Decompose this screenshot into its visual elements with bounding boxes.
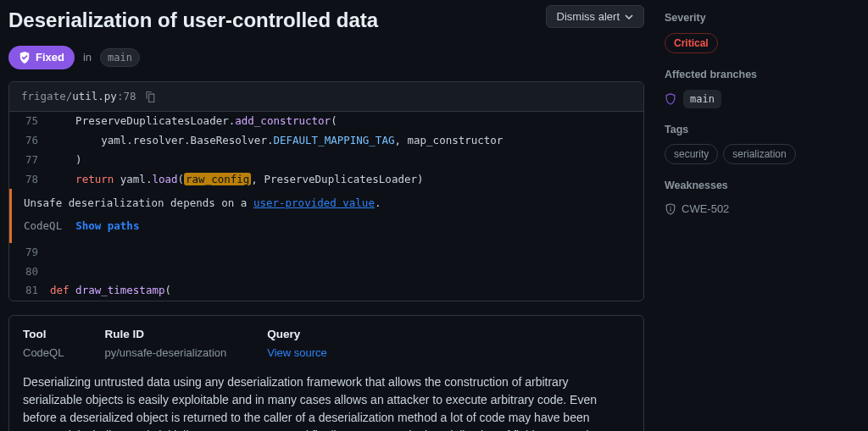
affected-branch[interactable]: main <box>665 90 854 108</box>
affected-branch-name: main <box>683 90 721 108</box>
status-row: Fixed in main <box>8 46 644 69</box>
code-content: PreserveDuplicatesLoader.add_constructor… <box>50 112 337 131</box>
code-line: 79 <box>9 243 643 262</box>
alert-message-prefix: Unsafe deserialization depends on a <box>24 196 253 209</box>
branches-heading: Affected branches <box>665 67 854 83</box>
info-card: Tool CodeQL Rule ID py/unsafe-deserializ… <box>8 315 644 431</box>
weakness-item[interactable]: CWE-502 <box>665 201 854 218</box>
code-content: return yaml.load(raw_config, PreserveDup… <box>50 170 424 190</box>
status-badge-text: Fixed <box>36 49 64 66</box>
code-line: 75 PreserveDuplicatesLoader.add_construc… <box>9 112 643 131</box>
page-title: Deserialization of user-controlled data <box>8 5 378 36</box>
highlighted-token: raw_config <box>184 173 251 185</box>
info-tool-value: CodeQL <box>23 345 64 362</box>
code-card: frigate/util.py:78 75 PreserveDuplicates… <box>8 81 644 302</box>
chevron-down-icon <box>625 13 633 21</box>
dismiss-alert-button[interactable]: Dismiss alert <box>546 5 644 28</box>
sidebar: Severity Critical Affected branches main… <box>665 0 854 431</box>
info-description: Deserializing untrusted data using any d… <box>9 370 643 431</box>
weakness-id: CWE-502 <box>682 201 729 218</box>
tag-chip[interactable]: serialization <box>723 144 795 164</box>
tags-heading: Tags <box>665 122 854 138</box>
dismiss-alert-label: Dismiss alert <box>557 10 620 23</box>
code-content: yaml.resolver.BaseResolver.DEFAULT_MAPPI… <box>50 131 503 151</box>
file-line: :78 <box>117 90 136 102</box>
weaknesses-heading: Weaknesses <box>665 178 854 194</box>
show-paths-link[interactable]: Show paths <box>75 218 139 235</box>
severity-heading: Severity <box>665 10 854 26</box>
info-rule-label: Rule ID <box>104 326 226 343</box>
alert-message-suffix: . <box>375 196 381 209</box>
status-badge: Fixed <box>8 46 75 69</box>
line-number: 75 <box>9 112 50 131</box>
code-line: 77 ) <box>9 151 643 170</box>
svg-point-0 <box>670 206 670 207</box>
check-shield-icon <box>19 52 31 64</box>
alert-message-link[interactable]: user-provided value <box>253 196 375 209</box>
alert-message: Unsafe deserialization depends on a user… <box>24 196 632 212</box>
line-number: 80 <box>9 262 50 282</box>
code-line: 76 yaml.resolver.BaseResolver.DEFAULT_MA… <box>9 131 643 151</box>
line-number: 81 <box>9 281 50 301</box>
info-query-label: Query <box>267 326 327 343</box>
tag-chip[interactable]: security <box>665 144 718 164</box>
info-tool-label: Tool <box>23 326 64 343</box>
file-path-prefix: frigate/ <box>21 90 72 102</box>
line-number: 78 <box>9 170 50 190</box>
code-line: 81def draw_timestamp( <box>9 281 643 301</box>
code-content: ) <box>50 151 82 170</box>
line-number: 77 <box>9 151 50 170</box>
code-body: 75 PreserveDuplicatesLoader.add_construc… <box>9 112 643 301</box>
line-number: 76 <box>9 131 50 151</box>
svg-rect-1 <box>670 208 670 212</box>
alert-block: Unsafe deserialization depends on a user… <box>9 189 643 243</box>
shield-icon <box>665 93 676 105</box>
copy-icon[interactable] <box>144 91 156 102</box>
info-query-link[interactable]: View source <box>267 346 327 359</box>
code-content: def draw_timestamp( <box>50 281 171 301</box>
info-rule-value: py/unsafe-deserialization <box>104 345 226 362</box>
code-line: 80 <box>9 262 643 282</box>
code-line: 78 return yaml.load(raw_config, Preserve… <box>9 170 643 190</box>
file-name: util.py <box>72 90 117 102</box>
alert-tool: CodeQL <box>24 218 62 235</box>
severity-pill: Critical <box>665 33 718 53</box>
status-branch-chip[interactable]: main <box>100 48 140 67</box>
code-file-header: frigate/util.py:78 <box>9 82 643 113</box>
status-in-label: in <box>83 49 92 66</box>
line-number: 79 <box>9 243 50 262</box>
info-shield-icon <box>665 203 676 215</box>
